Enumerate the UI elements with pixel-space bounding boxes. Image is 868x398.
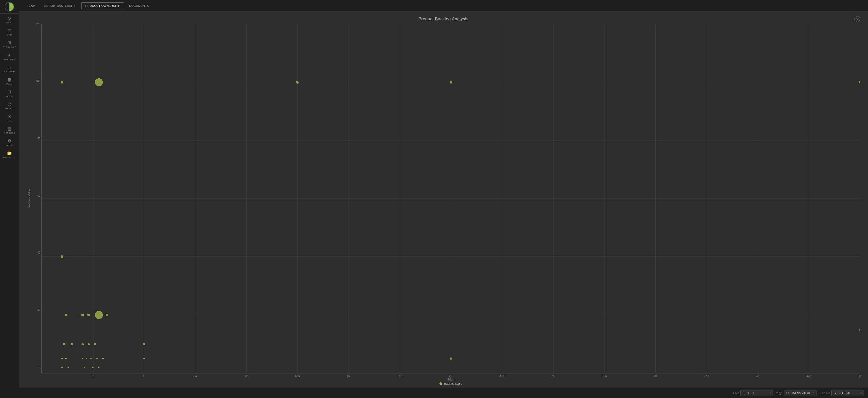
bubble[interactable] [450, 81, 452, 84]
rca-icon: ⋈ [7, 114, 12, 119]
size-by-control: Size by: SPENT TIMEEFFORTBUSINESS VALUE [819, 390, 864, 396]
bubble[interactable] [105, 313, 108, 316]
bottom-controls: X by: EFFORTBUSINESS VALUESPENT TIME Y b… [19, 388, 868, 398]
sidebar-label-rca: RCA [7, 120, 12, 122]
sidebar-item-reports[interactable]: ▤ REPORTS [0, 124, 19, 136]
bubble[interactable] [61, 358, 63, 359]
x-tick: 27.5 [604, 374, 604, 377]
sidebar-label-story-map: STORY MAP [3, 46, 16, 48]
sidebar-label-projects: PROJECTS [3, 157, 16, 159]
sidebar-item-work[interactable]: ⊟ WORK [0, 87, 19, 100]
y-by-label: Y by: [776, 392, 782, 395]
y-by-select[interactable]: BUSINESS VALUEEFFORTSPENT TIME [784, 390, 816, 396]
size-by-select-wrap: SPENT TIMEEFFORTBUSINESS VALUE [831, 390, 864, 396]
x-by-select-wrap: EFFORTBUSINESS VALUESPENT TIME [740, 390, 773, 396]
grid-line-v [502, 24, 502, 373]
bubble[interactable] [96, 358, 97, 359]
bubble[interactable] [71, 343, 73, 345]
bubble[interactable] [84, 367, 85, 368]
bubble[interactable] [86, 358, 87, 359]
y-tick: 40 [33, 253, 40, 253]
chart-title: Product Backlog Analysis [27, 17, 860, 22]
bubble[interactable] [90, 358, 92, 359]
grid-line-v [655, 24, 656, 373]
grid-line-v [451, 24, 451, 373]
grid-line-v [297, 24, 298, 373]
bubble[interactable] [859, 329, 860, 331]
nav-tab-team[interactable]: TEAM [23, 2, 39, 9]
bubble[interactable] [98, 367, 100, 368]
y-tick: 100 [33, 81, 40, 81]
bubble[interactable] [82, 343, 84, 345]
sidebar-item-story-map[interactable]: ⊞ STORY MAP [0, 38, 19, 51]
bubble[interactable] [61, 256, 63, 258]
bubble[interactable] [65, 313, 67, 316]
sidebar-item-setup[interactable]: ⚙ SETUP [0, 136, 19, 148]
bubble[interactable] [95, 78, 103, 86]
grid-line-v [400, 24, 400, 373]
sidebar-item-roadmap[interactable]: ▲ ROADMAP [0, 51, 19, 63]
help-button[interactable]: ? [855, 16, 860, 22]
bubble[interactable] [92, 367, 93, 368]
grid-line-v [246, 24, 247, 373]
sidebar-label-work: WORK [6, 95, 13, 97]
sidebar-item-okr[interactable]: ◫ OKR [0, 26, 19, 38]
bubble[interactable] [65, 358, 67, 359]
y-tick: 20 [33, 310, 40, 310]
y-by-select-wrap: BUSINESS VALUEEFFORTSPENT TIME [784, 390, 816, 396]
bubble[interactable] [102, 358, 104, 359]
bubble[interactable] [61, 367, 63, 368]
logo-circle [5, 2, 14, 11]
bubble[interactable] [63, 343, 65, 345]
x-by-label: X by: [732, 392, 739, 395]
chart-container: Product Backlog Analysis ? Business Valu… [19, 11, 868, 388]
x-tick: 40 [860, 374, 860, 377]
bubble[interactable] [95, 311, 103, 319]
grid-line-v [707, 24, 707, 373]
y-axis-label: Business Value [27, 24, 32, 373]
grid-line-v [144, 24, 144, 373]
bubble[interactable] [87, 313, 90, 316]
grid-line-v [41, 24, 42, 373]
sidebar-item-start[interactable]: ⊙ START! [0, 13, 19, 26]
sidebar-item-projects[interactable]: 📁 PROJECTS [0, 148, 19, 161]
x-tick: 25 [553, 374, 553, 377]
nav-tab-product-ownership[interactable]: PRODUCT OWNERSHIP [81, 2, 124, 9]
bubble[interactable] [82, 358, 84, 359]
bubble[interactable] [859, 81, 860, 84]
chart-plot [41, 24, 860, 373]
x-tick: 10 [246, 374, 246, 377]
bubble[interactable] [143, 343, 145, 345]
size-by-select[interactable]: SPENT TIMEEFFORTBUSINESS VALUE [831, 390, 864, 396]
okr-icon: ◫ [7, 29, 11, 33]
retro-icon: ◎ [8, 102, 11, 106]
x-tick: 7.5 [195, 374, 195, 377]
bubble[interactable] [296, 81, 299, 84]
nav-tab-scrum-mastership[interactable]: SCRUM MASTERSHIP [40, 2, 81, 9]
bubble[interactable] [94, 343, 96, 345]
sidebar-item-retro[interactable]: ◎ RETRO [0, 100, 19, 112]
bubble[interactable] [61, 81, 63, 84]
grid-line-v [93, 24, 93, 373]
reports-icon: ▤ [7, 127, 11, 131]
app-logo[interactable] [0, 0, 19, 13]
bubble[interactable] [67, 367, 69, 368]
plan-icon: ▦ [7, 77, 11, 82]
grid-line-v [348, 24, 349, 373]
sidebar-item-plan[interactable]: ▦ PLAN [0, 75, 19, 87]
backlog-icon: ◇ [8, 65, 11, 69]
x-axis-ticks: 02.557.51012.51517.52022.52527.53032.535… [27, 374, 860, 377]
projects-icon: 📁 [7, 151, 12, 155]
start-icon: ⊙ [8, 16, 11, 20]
bubble[interactable] [88, 343, 90, 345]
bubble[interactable] [143, 358, 145, 359]
bubble[interactable] [450, 358, 452, 360]
nav-tab-documents[interactable]: DOCUMENTS [125, 2, 153, 9]
sidebar-item-rca[interactable]: ⋈ RCA [0, 112, 19, 124]
sidebar-item-backlog[interactable]: ◇ BACKLOG [0, 63, 19, 75]
sidebar-label-retro: RETRO [5, 107, 13, 110]
setup-icon: ⚙ [8, 139, 11, 143]
x-tick: 12.5 [297, 374, 297, 377]
bubble[interactable] [81, 313, 84, 316]
x-by-select[interactable]: EFFORTBUSINESS VALUESPENT TIME [740, 390, 773, 396]
